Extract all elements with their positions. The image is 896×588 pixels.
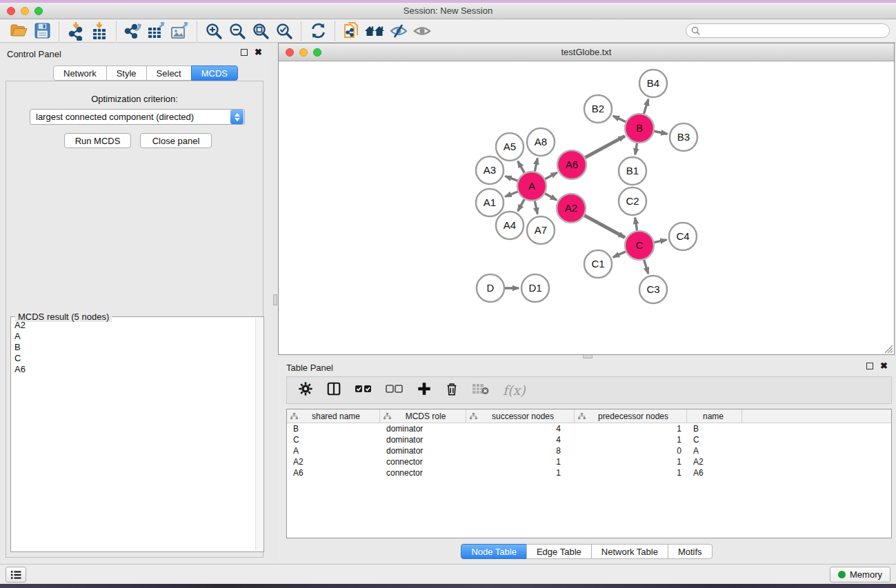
table-cell[interactable]: connector [380, 456, 466, 467]
table-cell[interactable]: 1 [575, 423, 687, 434]
task-history-button[interactable] [6, 567, 26, 582]
graph-node-A6[interactable]: A6 [557, 150, 586, 179]
table-cell[interactable]: A2 [687, 456, 742, 467]
table-cell[interactable]: 4 [466, 423, 575, 434]
graph-node-B1[interactable]: B1 [619, 157, 646, 185]
tab-mcds[interactable]: MCDS [191, 65, 238, 81]
network-canvas[interactable]: B4B2BB3A5A8A6B1A3AC2A1A2A4A7CC4C1C3DD1 [279, 61, 894, 354]
result-item[interactable]: A2 [14, 320, 255, 331]
node-table[interactable]: shared nameMCDS rolesuccessor nodesprede… [286, 409, 892, 538]
tab-edge-table[interactable]: Edge Table [526, 544, 592, 559]
table-cell[interactable]: A2 [287, 456, 380, 467]
memory-button[interactable]: Memory [830, 567, 890, 582]
result-item[interactable]: A [14, 331, 255, 342]
graph-node-A1[interactable]: A1 [476, 189, 504, 216]
table-cell[interactable]: A [687, 445, 742, 456]
zoom-fit-icon[interactable] [249, 21, 272, 41]
table-cell[interactable]: A6 [687, 467, 742, 478]
export-network-icon[interactable] [121, 21, 145, 41]
graph-node-B2[interactable]: B2 [584, 95, 612, 123]
result-item[interactable]: A6 [14, 364, 255, 375]
column-header[interactable]: successor nodes [466, 409, 575, 423]
table-cell[interactable]: 4 [466, 434, 575, 445]
select-all-icon[interactable] [355, 383, 372, 398]
graph-node-D[interactable]: D [477, 274, 504, 302]
criterion-dropdown[interactable]: largest connected component (directed) [30, 109, 245, 125]
deselect-all-icon[interactable] [386, 383, 404, 398]
graph-node-A3[interactable]: A3 [476, 156, 504, 184]
close-panel-button[interactable]: Close panel [140, 133, 212, 148]
hide-graphics-icon[interactable] [387, 21, 410, 41]
graph-node-B4[interactable]: B4 [639, 70, 667, 97]
tab-network[interactable]: Network [53, 65, 107, 81]
tab-style[interactable]: Style [106, 65, 147, 81]
import-network-icon[interactable] [64, 21, 88, 41]
tab-select[interactable]: Select [146, 65, 192, 81]
table-cell[interactable]: C [687, 434, 742, 445]
table-row[interactable]: Cdominator41C [287, 434, 891, 445]
table-cell[interactable]: dominator [380, 434, 466, 445]
close-panel-icon[interactable]: ✖ [255, 49, 262, 56]
open-file-icon[interactable] [7, 21, 30, 41]
tab-node-table[interactable]: Node Table [461, 544, 527, 559]
table-row[interactable]: A2connector11A2 [287, 456, 891, 467]
zoom-out-icon[interactable] [226, 21, 249, 41]
graph-node-D1[interactable]: D1 [521, 274, 549, 302]
graph-node-A8[interactable]: A8 [527, 128, 555, 156]
column-header[interactable]: predecessor nodes [575, 409, 687, 423]
column-header[interactable]: shared name [287, 409, 380, 423]
result-scrollbar[interactable] [255, 318, 263, 551]
export-image-icon[interactable] [168, 21, 192, 41]
close-table-panel-icon[interactable]: ✖ [880, 363, 888, 369]
export-table-icon[interactable] [145, 21, 168, 41]
table-cell[interactable]: A [287, 445, 380, 456]
save-session-icon[interactable] [30, 21, 54, 41]
table-row[interactable]: Bdominator41B [287, 423, 891, 434]
table-cell[interactable]: 1 [575, 434, 687, 445]
resize-grip-icon[interactable] [882, 343, 893, 354]
float-panel-icon[interactable] [241, 49, 248, 56]
graph-node-A7[interactable]: A7 [527, 216, 555, 244]
table-cell[interactable]: 0 [575, 445, 687, 456]
table-cell[interactable]: 1 [466, 456, 575, 467]
gear-icon[interactable] [298, 381, 313, 399]
table-cell[interactable]: 1 [575, 456, 687, 467]
float-table-panel-icon[interactable] [866, 363, 873, 369]
home-icon[interactable] [364, 21, 387, 41]
network-window-titlebar[interactable]: testGlobe.txt [279, 43, 894, 61]
graph-node-C3[interactable]: C3 [639, 276, 667, 303]
graph-node-C[interactable]: C [625, 231, 654, 260]
run-mcds-button[interactable]: Run MCDS [64, 133, 131, 148]
zoom-selected-icon[interactable] [272, 21, 296, 41]
graph-node-B3[interactable]: B3 [670, 123, 697, 151]
column-header[interactable]: name [687, 409, 742, 423]
table-cell[interactable]: 1 [466, 467, 575, 478]
graph-node-A[interactable]: A [517, 172, 546, 201]
graph-node-C1[interactable]: C1 [584, 250, 612, 278]
graph-node-C4[interactable]: C4 [669, 223, 697, 250]
column-header[interactable]: MCDS role [380, 409, 466, 423]
table-cell[interactable]: dominator [380, 445, 466, 456]
search-input[interactable] [686, 23, 890, 38]
table-row[interactable]: A6connector11A6 [287, 467, 891, 478]
graph-node-C2[interactable]: C2 [619, 187, 646, 215]
tab-motifs[interactable]: Motifs [668, 544, 713, 559]
add-column-icon[interactable] [417, 381, 432, 399]
table-cell[interactable]: B [287, 423, 380, 434]
columns-icon[interactable] [326, 381, 341, 399]
result-item[interactable]: C [14, 353, 255, 364]
table-cell[interactable]: A6 [287, 467, 380, 478]
zoom-in-icon[interactable] [202, 21, 226, 41]
table-cell[interactable]: 1 [575, 467, 687, 478]
delete-column-icon[interactable] [445, 381, 459, 399]
graph-node-A5[interactable]: A5 [496, 133, 524, 161]
result-item[interactable]: B [14, 342, 255, 353]
import-table-icon[interactable] [88, 21, 111, 41]
table-cell[interactable]: 8 [466, 445, 575, 456]
show-graphics-icon[interactable] [410, 21, 434, 41]
new-network-icon[interactable] [340, 21, 364, 41]
search-text-field[interactable] [703, 26, 889, 36]
mcds-result-list[interactable]: A2ABCA6 [11, 320, 255, 550]
tab-network-table[interactable]: Network Table [591, 544, 668, 559]
table-cell[interactable]: dominator [380, 423, 466, 434]
